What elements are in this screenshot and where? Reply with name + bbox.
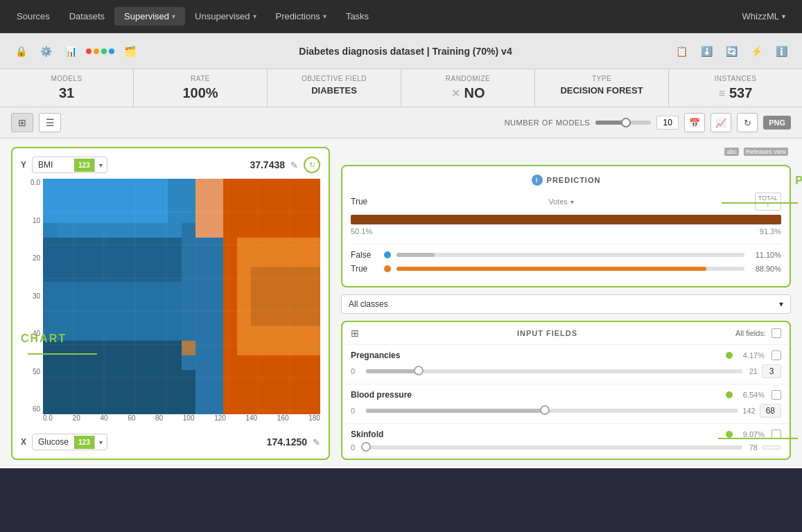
- stat-objective-value: DIABETES: [279, 85, 390, 96]
- reload-icon[interactable]: ↻: [737, 113, 758, 132]
- abc-badge: abc: [724, 148, 739, 156]
- y-field-select[interactable]: BMI 123 ▾: [32, 157, 107, 173]
- stat-type: TYPE DECISION FOREST: [535, 69, 669, 107]
- pregnancies-max: 21: [747, 367, 758, 375]
- y-value: 37.7438: [250, 159, 285, 170]
- pred-pct-right: 91.3%: [760, 227, 781, 236]
- toolbar: 🔒 ⚙️ 📊 🗂️ Diabetes diagnosis dataset | T…: [0, 33, 802, 69]
- view-list-btn[interactable]: ☰: [39, 113, 61, 132]
- nav-supervised[interactable]: Supervised: [114, 7, 185, 26]
- nav-datasets[interactable]: Datasets: [60, 7, 114, 26]
- x-field-arrow[interactable]: ▾: [94, 436, 107, 449]
- refresh-icon[interactable]: 🔄: [722, 42, 741, 61]
- skinfold-handle[interactable]: [361, 442, 371, 452]
- y-field-text: BMI: [33, 157, 74, 172]
- nav-predictions[interactable]: Predictions: [266, 7, 336, 26]
- pregnancies-min: 0: [351, 367, 362, 375]
- stat-instances-label: INSTANCES: [680, 75, 791, 82]
- nav-sources[interactable]: Sources: [7, 7, 60, 26]
- num-models-label: NUMBER OF MODELS: [505, 118, 591, 127]
- stat-randomize-value: NO: [464, 85, 485, 101]
- x-field-badge: 123: [74, 436, 94, 449]
- pred-true-bar: [396, 267, 744, 271]
- copy-icon[interactable]: 📋: [672, 42, 691, 61]
- class-dropdown-text: All classes: [349, 299, 388, 309]
- y-edit-icon[interactable]: ✎: [290, 160, 298, 170]
- status-dots: [86, 48, 114, 54]
- x-label: X: [21, 437, 26, 447]
- view-grid-btn[interactable]: ⊞: [11, 113, 33, 132]
- blood-pressure-min: 0: [351, 407, 362, 415]
- pred-false-pct: 11.10%: [750, 251, 781, 259]
- pred-true-label2: True: [351, 264, 378, 274]
- input-fields-header: ⊞ INPUT FIELDS All fields:: [342, 322, 790, 345]
- chart-annotation: CHART: [21, 332, 67, 345]
- skinfold-min: 0: [351, 443, 362, 452]
- num-models-slider[interactable]: [595, 121, 651, 125]
- all-fields-label: All fields:: [735, 329, 766, 337]
- pregnancies-value[interactable]: 3: [762, 364, 781, 378]
- navbar: Sources Datasets Supervised Unsupervised…: [0, 0, 802, 33]
- blood-pressure-range: 0 142 68: [351, 404, 781, 418]
- pregnancies-slider[interactable]: [366, 369, 742, 373]
- prediction-annotation-line: [722, 202, 798, 204]
- all-fields-checkbox[interactable]: [772, 328, 781, 338]
- pred-pct-row: 50.1% 91.3%: [351, 227, 781, 236]
- nav-brand[interactable]: WhizzML: [733, 7, 795, 26]
- votes-arrow: ▾: [570, 198, 574, 206]
- prediction-title: PREDICTION: [547, 176, 601, 184]
- info-icon[interactable]: ℹ️: [772, 42, 791, 61]
- nav-unsupervised[interactable]: Unsupervised: [185, 7, 266, 26]
- nav-tasks[interactable]: Tasks: [336, 7, 378, 26]
- svg-rect-10: [251, 267, 320, 326]
- releases-label: Releases view: [744, 148, 788, 156]
- heatmap[interactable]: 60 50 40 30 20 10 0.0: [21, 179, 320, 428]
- blood-pressure-value[interactable]: 68: [760, 404, 781, 418]
- randomize-icon: ✕: [451, 87, 460, 100]
- stat-instances-value: 537: [729, 85, 752, 101]
- app-container: Sources Datasets Supervised Unsupervised…: [0, 0, 802, 532]
- prediction-box: i PREDICTION True Votes ▾ TOTAL ⊤: [341, 165, 791, 287]
- skinfold-name: Skinfold: [351, 429, 722, 439]
- pred-true-label: True: [351, 197, 367, 206]
- toolbar-title: Diabetes diagnosis dataset | Training (7…: [145, 46, 666, 57]
- num-models-input[interactable]: [656, 116, 679, 130]
- skinfold-slider[interactable]: [366, 445, 742, 450]
- prediction-header: i PREDICTION: [351, 175, 781, 186]
- field-blood-pressure: Blood pressure 6.54% 0 142 68: [342, 384, 790, 424]
- download-icon[interactable]: ⬇️: [697, 42, 716, 61]
- pregnancies-range: 0 21 3: [351, 364, 781, 378]
- stats-row: MODELS 31 RATE 100% OBJECTIVE FIELD DIAB…: [0, 69, 802, 107]
- model-icon[interactable]: ⚙️: [36, 42, 55, 61]
- grid-view-icon[interactable]: 📅: [684, 113, 705, 132]
- blood-pressure-pct: 6.54%: [737, 391, 765, 399]
- skinfold-range: 0 78: [351, 443, 781, 452]
- settings-icon[interactable]: ⚡: [747, 42, 766, 61]
- input-fields-annotation-line: [718, 438, 798, 439]
- x-value: 174.1250: [267, 436, 307, 447]
- x-edit-icon[interactable]: ✎: [313, 437, 320, 447]
- y-field-arrow[interactable]: ▾: [94, 159, 107, 172]
- stat-rate: RATE 100%: [134, 69, 268, 107]
- blood-pressure-checkbox[interactable]: [772, 390, 781, 400]
- stat-type-value: DECISION FOREST: [546, 85, 657, 96]
- blood-pressure-handle[interactable]: [540, 405, 550, 415]
- x-axis-labels: 0.0 20 40 60 80 100 120 140 160 180: [43, 414, 320, 428]
- field-skinfold: Skinfold 9.07% 0 78: [342, 424, 790, 458]
- png-button[interactable]: PNG: [763, 116, 791, 130]
- class-dropdown-arrow: ▾: [779, 299, 783, 309]
- y-refresh-icon[interactable]: ↻: [304, 157, 320, 173]
- lock-icon[interactable]: 🔒: [11, 42, 30, 61]
- releases-link[interactable]: abc Releases view: [341, 147, 791, 155]
- blood-pressure-slider[interactable]: [366, 409, 738, 413]
- skinfold-dot: [726, 431, 733, 438]
- bar-chart-icon[interactable]: 📈: [711, 113, 731, 132]
- pregnancies-handle[interactable]: [414, 366, 424, 375]
- skinfold-value[interactable]: [762, 445, 781, 450]
- pred-bar-full: [351, 215, 781, 224]
- class-dropdown[interactable]: All classes ▾: [341, 294, 791, 314]
- x-field-select[interactable]: Glucose 123 ▾: [32, 434, 107, 450]
- data-icon[interactable]: 📊: [61, 42, 80, 61]
- pregnancies-checkbox[interactable]: [772, 351, 781, 360]
- svg-rect-13: [195, 326, 223, 415]
